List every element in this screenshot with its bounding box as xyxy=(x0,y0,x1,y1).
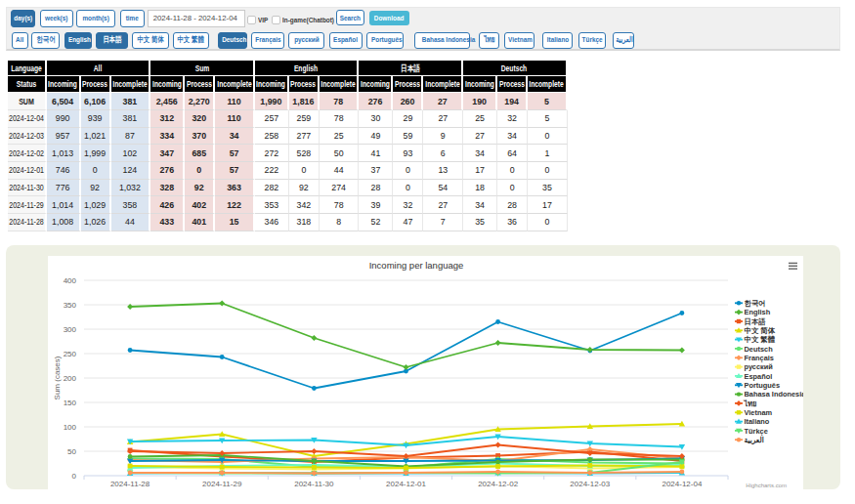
svg-text:200: 200 xyxy=(64,373,77,382)
svg-text:2024-12-01: 2024-12-01 xyxy=(386,480,426,488)
svg-text:Incoming per language: Incoming per language xyxy=(369,260,464,271)
svg-text:350: 350 xyxy=(64,300,77,309)
svg-text:العربية: العربية xyxy=(745,435,764,443)
svg-text:2024-12-04: 2024-12-04 xyxy=(662,480,702,488)
svg-text:50: 50 xyxy=(67,446,76,455)
svg-text:中文 简体: 中文 简体 xyxy=(745,325,776,334)
svg-text:2024-12-03: 2024-12-03 xyxy=(570,480,610,488)
svg-text:Français: Français xyxy=(745,353,774,361)
svg-text:ไทย: ไทย xyxy=(744,399,757,407)
svg-text:English: English xyxy=(745,308,771,316)
svg-text:400: 400 xyxy=(64,275,77,284)
svg-text:2024-11-29: 2024-11-29 xyxy=(202,480,242,488)
svg-text:250: 250 xyxy=(64,349,77,357)
svg-text:Bahasa Indonesia: Bahasa Indonesia xyxy=(745,390,804,399)
svg-text:2024-11-28: 2024-11-28 xyxy=(110,480,150,488)
svg-text:Deutsch: Deutsch xyxy=(745,344,774,353)
svg-text:2024-12-02: 2024-12-02 xyxy=(478,480,518,488)
svg-text:0: 0 xyxy=(72,471,77,480)
svg-text:中文 繁體: 中文 繁體 xyxy=(745,335,776,344)
svg-text:100: 100 xyxy=(64,422,77,431)
svg-text:Português: Português xyxy=(745,380,781,389)
svg-text:150: 150 xyxy=(64,398,77,406)
svg-text:Sum (cases): Sum (cases) xyxy=(53,356,62,399)
svg-text:日本語: 日本語 xyxy=(745,316,767,325)
svg-text:한국어: 한국어 xyxy=(745,298,766,307)
svg-text:2024-11-30: 2024-11-30 xyxy=(294,480,334,488)
svg-text:Highcharts.com: Highcharts.com xyxy=(746,483,787,488)
svg-text:Español: Español xyxy=(745,371,773,380)
svg-text:Türkçe: Türkçe xyxy=(745,426,768,435)
svg-text:Italiano: Italiano xyxy=(745,417,770,426)
svg-text:300: 300 xyxy=(64,324,77,333)
svg-text:Vietnam: Vietnam xyxy=(745,407,773,416)
svg-text:русский: русский xyxy=(745,362,774,371)
